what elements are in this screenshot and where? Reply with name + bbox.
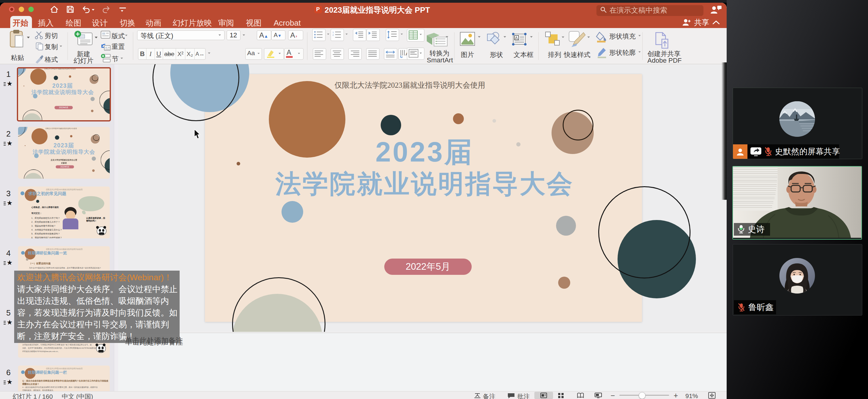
svg-text:2: 2 bbox=[333, 34, 334, 36]
svg-text:1: 1 bbox=[333, 31, 334, 34]
svg-text:A: A bbox=[515, 36, 518, 40]
